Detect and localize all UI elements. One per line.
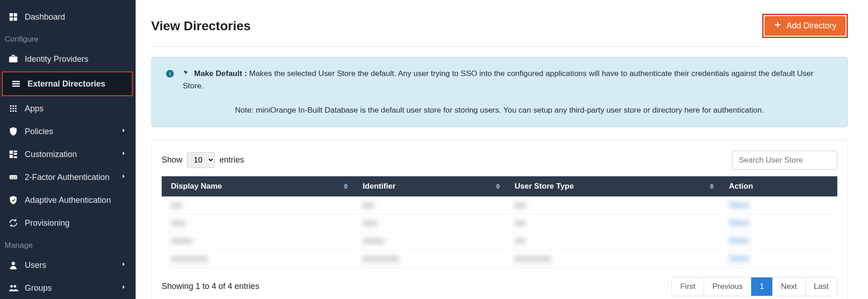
svg-rect-0 (10, 13, 13, 16)
table-row: xxxxxxxxxx xxxxxxxxxx xxxxxxxxxx Select (162, 250, 837, 267)
svg-point-13 (10, 110, 12, 112)
row-action[interactable]: Select (720, 196, 837, 214)
sidebar: Dashboard Configure Identity Providers E… (0, 0, 136, 299)
groups-icon (8, 283, 18, 293)
sidebar-item-label: Apps (25, 104, 44, 114)
svg-point-20 (14, 285, 16, 288)
provisioning-icon (8, 218, 18, 228)
sidebar-item-label: Dashboard (25, 12, 65, 22)
info-note: Note: miniOrange In-Built Database is th… (165, 104, 834, 116)
svg-text:123: 123 (11, 175, 16, 179)
main-content: View Directories Add Directory i Make De… (136, 0, 868, 299)
users-icon (8, 260, 18, 270)
twofa-icon: 123 (8, 172, 18, 182)
pager-page-1[interactable]: 1 (751, 277, 772, 296)
apps-icon (8, 103, 18, 114)
sidebar-item-apps[interactable]: Apps (0, 97, 136, 120)
pager-prev[interactable]: Previous (704, 277, 751, 296)
row-action[interactable]: Select (720, 250, 837, 267)
entries-selector: Show 10 entries (162, 152, 244, 168)
col-display-name[interactable]: Display Name (162, 176, 354, 196)
pager-first[interactable]: First (672, 277, 704, 296)
sidebar-item-label: External Directories (27, 79, 105, 89)
page-title: View Directories (151, 19, 251, 33)
table-row: xxx xxx xxx Select (162, 196, 837, 214)
svg-point-18 (11, 262, 15, 265)
dashboard-icon (8, 12, 18, 22)
svg-point-7 (10, 105, 12, 107)
sort-icon (710, 183, 714, 189)
svg-point-12 (15, 108, 17, 109)
sidebar-item-provisioning[interactable]: Provisioning (0, 212, 136, 234)
customization-icon (8, 149, 18, 159)
chevron-right-icon (120, 261, 127, 270)
table-row: xxxx xxxx xxx Select (162, 214, 837, 232)
svg-rect-6 (12, 86, 20, 87)
identity-icon (8, 54, 18, 64)
pager-last[interactable]: Last (806, 277, 837, 296)
info-bold-label: Make Default : (194, 69, 247, 78)
svg-rect-3 (14, 17, 17, 21)
directories-icon (11, 79, 21, 89)
sidebar-item-label: Customization (25, 150, 77, 159)
sidebar-section-configure: Configure (0, 28, 136, 48)
sidebar-item-identity-providers[interactable]: Identity Providers (0, 48, 136, 71)
table-footer: Showing 1 to 4 of 4 entries First Previo… (162, 277, 837, 296)
chevron-right-icon (120, 283, 127, 293)
svg-rect-4 (12, 81, 20, 82)
directories-card: Show 10 entries Display Name Identifier (151, 140, 848, 299)
sidebar-item-external-directories[interactable]: External Directories (2, 71, 133, 96)
svg-text:i: i (169, 71, 170, 76)
entries-count: Showing 1 to 4 of 4 entries (162, 282, 259, 291)
pagination: First Previous 1 Next Last (671, 277, 837, 296)
col-user-store-type[interactable]: User Store Type (506, 176, 720, 196)
col-identifier[interactable]: Identifier (354, 176, 506, 196)
directories-table: Display Name Identifier User Store Type … (162, 176, 837, 268)
svg-point-10 (10, 108, 12, 109)
info-text: Make Default : Makes the selected User S… (183, 67, 834, 92)
sidebar-item-label: Identity Providers (25, 54, 88, 64)
sidebar-item-label: Provisioning (25, 218, 70, 228)
sidebar-item-adaptive-auth[interactable]: Adaptive Authentication (0, 189, 136, 212)
entries-select[interactable]: 10 (187, 152, 215, 168)
sidebar-item-label: 2-Factor Authentication (25, 173, 109, 182)
svg-point-14 (12, 110, 14, 112)
sidebar-item-policies[interactable]: Policies (0, 120, 136, 143)
svg-point-15 (15, 110, 17, 112)
col-action: Action (720, 176, 837, 196)
svg-point-9 (15, 105, 17, 107)
page-header: View Directories Add Directory (151, 14, 848, 47)
pager-next[interactable]: Next (773, 277, 806, 296)
row-action[interactable]: Select (720, 214, 837, 232)
chevron-right-icon (120, 150, 127, 159)
sidebar-item-groups[interactable]: Groups (0, 277, 136, 299)
sidebar-item-label: Groups (25, 283, 52, 293)
table-controls: Show 10 entries (162, 151, 837, 170)
policies-icon (8, 126, 18, 136)
sidebar-item-users[interactable]: Users (0, 254, 136, 277)
adaptive-icon (8, 195, 18, 205)
chevron-right-icon (120, 127, 127, 136)
add-directory-button[interactable]: Add Directory (764, 16, 846, 36)
plus-icon (774, 21, 782, 31)
svg-point-19 (11, 285, 13, 288)
cursor-icon (183, 67, 189, 80)
add-directory-highlight: Add Directory (762, 14, 848, 38)
add-directory-label: Add Directory (786, 21, 836, 31)
entries-label: entries (219, 155, 244, 165)
sidebar-item-label: Policies (25, 127, 53, 136)
info-icon: i (165, 69, 175, 78)
svg-point-11 (12, 108, 14, 109)
sidebar-item-label: Users (25, 261, 46, 270)
search-input[interactable] (732, 151, 837, 170)
row-action[interactable]: Select (720, 232, 837, 250)
svg-rect-2 (10, 17, 13, 21)
sidebar-item-2fa[interactable]: 123 2-Factor Authentication (0, 166, 136, 189)
sidebar-section-manage: Manage (0, 234, 136, 254)
sidebar-item-label: Adaptive Authentication (25, 196, 111, 205)
table-row: xxxxxx xxxxxx xxx Select (162, 232, 837, 250)
svg-rect-1 (14, 13, 17, 16)
chevron-right-icon (120, 173, 127, 182)
sidebar-item-customization[interactable]: Customization (0, 143, 136, 166)
sidebar-item-dashboard[interactable]: Dashboard (0, 5, 136, 28)
